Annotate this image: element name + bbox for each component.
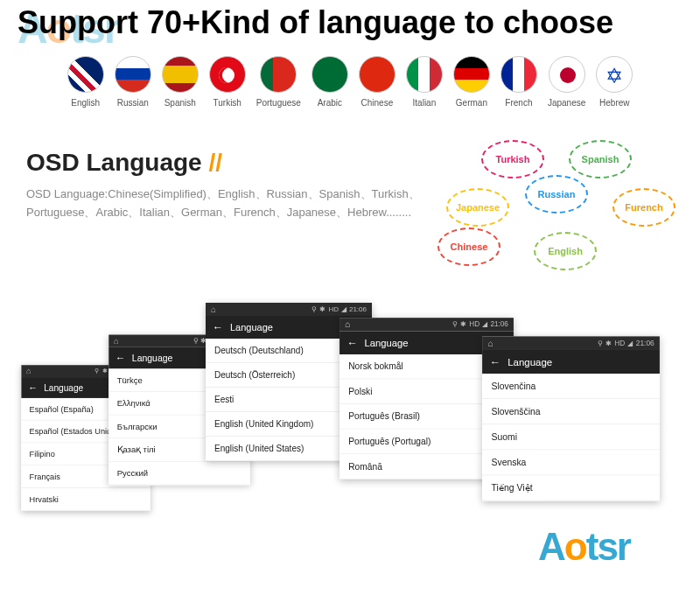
flag-item: Arabic xyxy=(312,56,348,108)
hd-badge: HD xyxy=(469,320,480,328)
flag-label: Chinese xyxy=(361,98,394,108)
home-icon[interactable] xyxy=(26,367,32,375)
language-option[interactable]: Slovenščina xyxy=(482,399,660,424)
flag-icon xyxy=(67,56,104,93)
flag-icon xyxy=(209,56,246,93)
home-icon[interactable] xyxy=(487,338,493,347)
clock: 21:06 xyxy=(349,305,367,313)
osd-description: OSD Language:Chinese(Simplified)、English… xyxy=(26,186,429,222)
screen-title-text: Language xyxy=(132,353,173,362)
bubble: Furench xyxy=(612,188,676,227)
language-option[interactable]: Русский xyxy=(108,462,250,486)
flag-item: Portuguese xyxy=(256,56,301,108)
bubble-cluster: Turkish Spanish Russian Furench Japanese… xyxy=(438,140,682,289)
flag-label: Hebrew xyxy=(599,98,629,108)
flag-item: Italian xyxy=(406,56,443,108)
flag-item: French xyxy=(500,56,537,108)
language-option[interactable]: Tiếng Việt xyxy=(482,476,660,501)
flag-icon xyxy=(359,56,396,93)
screen-titlebar: Language xyxy=(482,350,660,374)
flag-label: Portuguese xyxy=(256,98,301,108)
home-icon[interactable] xyxy=(211,304,216,314)
flag-label: French xyxy=(505,98,532,108)
bubble: Chinese xyxy=(438,228,500,266)
flag-item: Turkish xyxy=(209,56,246,108)
flag-item: Chinese xyxy=(359,56,396,108)
flag-item: Russian xyxy=(115,56,151,108)
status-icons: ⚲✱HD◢21:06 xyxy=(312,305,367,313)
flag-icon xyxy=(162,56,199,93)
hd-badge: HD xyxy=(328,305,339,313)
home-icon[interactable] xyxy=(345,319,350,329)
flag-label: Japanese xyxy=(548,98,585,108)
home-icon[interactable] xyxy=(114,336,119,345)
flag-item: Japanese xyxy=(548,56,585,108)
flag-icon xyxy=(596,56,633,93)
back-icon[interactable] xyxy=(213,321,223,333)
bubble: Turkish xyxy=(481,140,544,178)
flag-icon xyxy=(549,56,585,93)
flag-label: German xyxy=(456,98,487,108)
osd-title: OSD Language // xyxy=(26,149,222,177)
flag-item: Spanish xyxy=(162,56,199,108)
watermark-logo-bottom: Aotsr xyxy=(538,525,630,569)
flag-item: English xyxy=(67,56,104,108)
back-icon[interactable] xyxy=(489,355,500,368)
screen-title-text: Language xyxy=(365,338,409,348)
bubble: English xyxy=(534,232,597,270)
back-icon[interactable] xyxy=(28,382,38,394)
language-option[interactable]: Svenska xyxy=(482,450,660,475)
flag-icon xyxy=(115,56,151,93)
status-icons: ⚲✱HD◢21:06 xyxy=(452,320,508,328)
flag-item: German xyxy=(453,56,490,108)
bubble: Spanish xyxy=(569,140,632,178)
bubble: Russian xyxy=(525,175,588,214)
flag-label: English xyxy=(71,98,100,108)
clock: 21:06 xyxy=(490,320,508,328)
bubble: Japanese xyxy=(446,188,509,227)
status-icons: ⚲✱HD◢21:06 xyxy=(598,340,654,347)
flag-icon xyxy=(406,56,443,93)
clock: 21:06 xyxy=(636,340,654,347)
screen-title-text: Language xyxy=(508,356,552,367)
flag-label: Spanish xyxy=(164,98,196,108)
language-option[interactable]: Suomi xyxy=(482,424,660,450)
flag-label: Italian xyxy=(413,98,437,108)
statusbar: ⚲✱HD◢21:06 xyxy=(206,303,372,316)
headline: Support 70+Kind of language to choose xyxy=(18,4,613,41)
flag-icon xyxy=(500,56,537,93)
flag-row: EnglishRussianSpanishTurkishPortugueseAr… xyxy=(0,56,700,108)
flag-icon xyxy=(260,56,297,93)
hd-badge: HD xyxy=(614,340,625,347)
statusbar: ⚲✱HD◢21:06 xyxy=(482,336,660,350)
flag-item: Hebrew xyxy=(596,56,633,108)
statusbar: ⚲✱HD◢21:06 xyxy=(340,318,514,331)
back-icon[interactable] xyxy=(116,352,125,363)
screen-title-text: Language xyxy=(44,382,83,392)
screen-title-text: Language xyxy=(230,322,273,332)
language-screen: ⚲✱HD◢21:06LanguageSlovenčinaSlovenščinaS… xyxy=(482,336,660,500)
flag-label: Arabic xyxy=(318,98,342,108)
flag-icon xyxy=(312,56,348,93)
back-icon[interactable] xyxy=(346,337,357,349)
language-option[interactable]: Slovenčina xyxy=(482,374,660,399)
flag-label: Russian xyxy=(117,98,149,108)
language-option[interactable]: Hrvatski xyxy=(21,488,150,511)
flag-label: Turkish xyxy=(214,98,242,108)
flag-icon xyxy=(453,56,490,93)
